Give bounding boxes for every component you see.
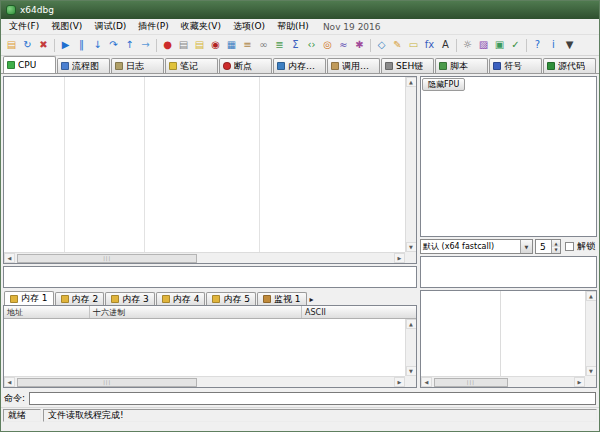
dump-column-hex[interactable]: 十六进制	[90, 306, 302, 318]
dump-column-ascii[interactable]: ASCII	[302, 306, 416, 318]
scrollbar-thumb[interactable]: |||	[17, 254, 197, 263]
disassembly-horizontal-scrollbar[interactable]: ◀ ||| ▶	[4, 252, 405, 263]
scroll-left-icon[interactable]: ◀	[4, 253, 15, 263]
toolbar-overflow-icon[interactable]: ▼	[562, 37, 577, 53]
tab-graph[interactable]: 流程图	[57, 58, 110, 73]
settings-icon[interactable]: ☼	[460, 37, 475, 53]
column-divider	[64, 77, 65, 252]
dump-tab-memory-5[interactable]: 内存 5	[206, 292, 256, 305]
stack-panel[interactable]: ▲ ▼ ◀ ||| ▶	[420, 290, 597, 388]
stack-vertical-scrollbar[interactable]: ▲ ▼	[585, 291, 596, 376]
dump-tab-label: 内存 1	[21, 292, 48, 305]
calculator-icon[interactable]: fx	[422, 37, 437, 53]
about-icon[interactable]: i	[546, 37, 561, 53]
tab-memory-map[interactable]: 内存…	[273, 58, 326, 73]
registers-panel[interactable]: 隐藏FPU	[420, 76, 597, 237]
scroll-up-icon[interactable]: ▲	[406, 319, 417, 329]
title-bar[interactable]: x64dbg	[1, 1, 599, 19]
references-window-icon[interactable]: ◎	[320, 37, 335, 53]
appearance-icon[interactable]: ▨	[476, 37, 491, 53]
tab-cpu[interactable]: CPU	[3, 56, 56, 73]
notes-window-icon[interactable]: ▤	[192, 37, 207, 53]
log-window-icon[interactable]: ▤	[176, 37, 191, 53]
call-stack-window-icon[interactable]: ≡	[240, 37, 255, 53]
tab-log[interactable]: 日志	[111, 58, 164, 73]
restart-icon[interactable]: ↻	[20, 37, 35, 53]
dump-tab-memory-1[interactable]: 内存 1	[4, 291, 54, 305]
check-updates-icon[interactable]: ✓	[508, 37, 523, 53]
symbols-window-icon[interactable]: Σ	[288, 37, 303, 53]
argument-count-stepper[interactable]: 5 ▲ ▼	[535, 239, 561, 254]
calling-convention-select[interactable]: 默认 (x64 fastcall) ▼	[420, 239, 533, 254]
dump-tab-memory-4[interactable]: 内存 4	[156, 292, 206, 305]
tab-symbols[interactable]: 符号	[489, 58, 542, 73]
menu-item-options[interactable]: 选项(O)	[227, 19, 271, 34]
menu-item-favourites[interactable]: 收藏夹(V)	[175, 19, 227, 34]
dump-horizontal-scrollbar[interactable]: ◀ ||| ▶	[4, 376, 405, 387]
scroll-down-icon[interactable]: ▼	[406, 242, 417, 252]
scroll-up-icon[interactable]: ▲	[406, 77, 417, 87]
source-window-icon[interactable]: ‹›	[304, 37, 319, 53]
disassembly-vertical-scrollbar[interactable]: ▲ ▼	[405, 77, 416, 252]
scroll-left-icon[interactable]: ◀	[4, 377, 15, 387]
seh-window-icon[interactable]: ∞	[256, 37, 271, 53]
dump-column-address[interactable]: 地址	[4, 306, 90, 318]
info-box[interactable]	[3, 266, 417, 288]
threads-window-icon[interactable]: ≈	[336, 37, 351, 53]
menu-item-debug[interactable]: 调试(D)	[88, 19, 132, 34]
assemble-icon[interactable]: A	[438, 37, 453, 53]
menu-item-help[interactable]: 帮助(H)	[271, 19, 315, 34]
skip-next-icon[interactable]: →	[138, 37, 153, 53]
scroll-right-icon[interactable]: ▶	[394, 377, 405, 387]
scrollbar-corner	[405, 252, 416, 263]
tab-notes[interactable]: 笔记	[165, 58, 218, 73]
graph-view-icon[interactable]: ◇	[374, 37, 389, 53]
patch-icon[interactable]: ✎	[390, 37, 405, 53]
dump-panel[interactable]: 地址十六进制ASCII ▲ ▼ ◀ ||| ▶	[3, 305, 417, 388]
memory-map-window-icon[interactable]: ▦	[224, 37, 239, 53]
disassembly-panel[interactable]: ▲ ▼ ◀ ||| ▶	[3, 76, 417, 264]
scroll-down-icon[interactable]: ▼	[406, 366, 417, 376]
scroll-down-icon[interactable]: ▼	[586, 366, 597, 376]
scroll-up-icon[interactable]: ▲	[586, 291, 597, 301]
topmost-icon[interactable]: ▣	[492, 37, 507, 53]
menu-item-file[interactable]: 文件(F)	[3, 19, 45, 34]
scroll-left-icon[interactable]: ◀	[421, 377, 432, 387]
command-input[interactable]	[29, 392, 596, 405]
tab-call-stack[interactable]: 调用…	[327, 58, 380, 73]
dump-tab-watch-1[interactable]: 监视 1	[257, 292, 307, 305]
trace-record-icon[interactable]: ●	[160, 37, 175, 53]
step-over-icon[interactable]: ↷	[106, 37, 121, 53]
scroll-right-icon[interactable]: ▶	[574, 377, 585, 387]
comment-icon[interactable]: ▭	[406, 37, 421, 53]
tab-script[interactable]: 脚本	[435, 58, 488, 73]
unlock-checkbox[interactable]	[565, 242, 574, 251]
arguments-panel[interactable]	[420, 256, 597, 288]
combo-dropdown-icon[interactable]: ▼	[520, 240, 532, 253]
dump-vertical-scrollbar[interactable]: ▲ ▼	[405, 319, 416, 376]
pause-icon[interactable]: ‖	[74, 37, 89, 53]
stack-horizontal-scrollbar[interactable]: ◀ ||| ▶	[421, 376, 585, 387]
hide-fpu-button[interactable]: 隐藏FPU	[422, 78, 465, 91]
menu-item-plugins[interactable]: 插件(P)	[132, 19, 174, 34]
script-window-icon[interactable]: ≣	[272, 37, 287, 53]
tab-breakpoints[interactable]: 断点	[219, 58, 272, 73]
run-to-return-icon[interactable]: ↑	[122, 37, 137, 53]
menu-item-view[interactable]: 视图(V)	[45, 19, 88, 34]
stepper-down-icon[interactable]: ▼	[551, 247, 560, 254]
open-file-icon[interactable]: ▤	[4, 37, 19, 53]
close-icon[interactable]: ✖	[36, 37, 51, 53]
breakpoints-window-icon[interactable]: ◉	[208, 37, 223, 53]
scroll-right-icon[interactable]: ▶	[394, 253, 405, 263]
tab-source[interactable]: 源代码	[543, 58, 596, 73]
handles-window-icon[interactable]: ✱	[352, 37, 367, 53]
dump-tabs-overflow-icon[interactable]: ▸	[308, 295, 316, 305]
tab-seh[interactable]: SEH链	[381, 58, 434, 73]
help-icon[interactable]: ?	[530, 37, 545, 53]
dump-tab-memory-3[interactable]: 内存 3	[105, 292, 155, 305]
run-icon[interactable]: ▶	[58, 37, 73, 53]
dump-tab-memory-2[interactable]: 内存 2	[55, 292, 105, 305]
scrollbar-thumb[interactable]: |||	[434, 378, 508, 387]
scrollbar-thumb[interactable]: |||	[17, 378, 197, 387]
step-into-icon[interactable]: ↓	[90, 37, 105, 53]
